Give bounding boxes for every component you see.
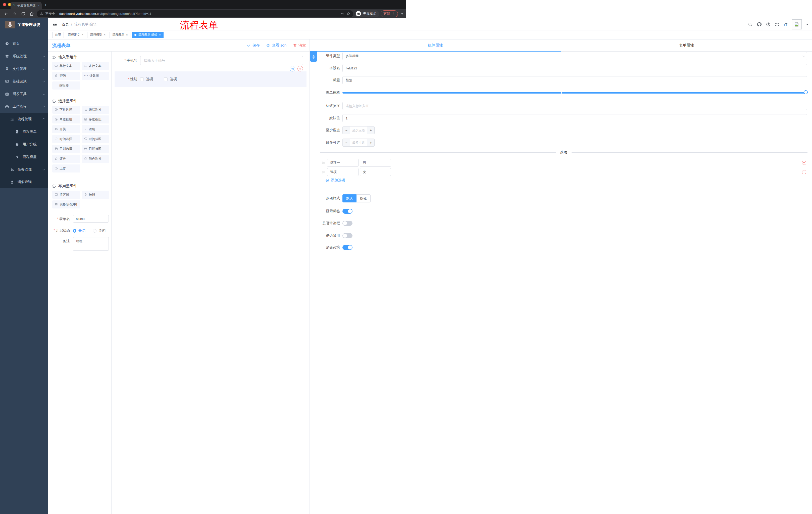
radio-on-label[interactable]: 开启 (78, 228, 85, 233)
component-checkbox-group[interactable]: 多选框组 (82, 115, 110, 124)
component-switch[interactable]: 开关 (52, 125, 80, 133)
min-select-input[interactable] (350, 127, 367, 134)
sidebar-item-devtools[interactable]: 研发工具 (0, 88, 48, 100)
max-select-input[interactable] (350, 139, 367, 146)
stepper-plus-button[interactable]: + (367, 127, 374, 134)
field-name-input[interactable] (343, 64, 406, 72)
default-value-input[interactable] (343, 114, 406, 122)
link-tag-button[interactable] (310, 52, 317, 62)
tab-close-icon[interactable]: × (82, 33, 83, 36)
component-select[interactable]: 下拉选择 (52, 106, 80, 114)
sidebar-item-leave-query[interactable]: 请假查询 (0, 176, 48, 188)
drag-handle-icon[interactable] (321, 161, 326, 165)
component-password[interactable]: 密码 (52, 72, 80, 80)
browser-update-button[interactable]: 更新 ⋮ (381, 10, 398, 17)
delete-widget-button[interactable] (297, 66, 303, 72)
sidebar-item-infra[interactable]: 基础设施 (0, 75, 48, 88)
stepper-minus-button[interactable]: − (343, 127, 350, 134)
forward-icon[interactable] (12, 11, 17, 16)
page-tab-process-form-edit[interactable]: 流程表单-编辑× (132, 32, 163, 38)
component-cascader[interactable]: 级联选择 (82, 106, 110, 114)
address-bar[interactable]: 不安全 dashboard.yudao.iocoder.cn/bpm/manag… (37, 10, 353, 17)
slider-track[interactable] (343, 92, 406, 93)
component-radio-group[interactable]: 单选框组 (52, 115, 80, 124)
radio-off[interactable] (93, 229, 96, 233)
component-row-container[interactable]: 行容器 (52, 191, 80, 199)
disabled-toggle[interactable] (343, 233, 352, 238)
home-icon[interactable] (29, 11, 34, 16)
collapse-sidebar-icon[interactable] (52, 22, 57, 27)
bookmark-star-icon[interactable] (346, 12, 350, 16)
checkbox-option-two-label[interactable]: 选项二 (170, 77, 180, 81)
component-type-select[interactable]: 多选框组 (343, 52, 406, 60)
app-logo-row[interactable]: 芋道管理系统 (0, 18, 48, 31)
component-slider[interactable]: 滑块 (82, 125, 110, 133)
radio-on-selected[interactable] (73, 229, 76, 233)
new-tab-button[interactable]: + (44, 2, 47, 7)
component-upload[interactable]: 上传 (52, 164, 80, 172)
style-default-button[interactable]: 默认 (343, 194, 356, 202)
add-option-button[interactable]: 添加选项 (325, 178, 345, 183)
option1-label-input[interactable] (327, 159, 358, 167)
page-url[interactable]: dashboard.yudao.iocoder.cn/bpm/manager/f… (59, 12, 339, 16)
tab-close-icon[interactable]: × (104, 33, 105, 36)
not-secure-warning-icon[interactable] (40, 12, 43, 16)
checkbox-option-two[interactable] (164, 77, 168, 81)
phone-input[interactable] (140, 56, 303, 65)
component-time-picker[interactable]: 时间选择 (52, 135, 80, 143)
copy-widget-button[interactable] (290, 66, 295, 72)
form-canvas[interactable]: *手机号 *性别 选项一 选项二 (112, 52, 310, 257)
tab-close-icon[interactable]: × (159, 33, 161, 36)
sidebar-item-workflow[interactable]: 工作流程 (0, 100, 48, 113)
sidebar-item-process-form[interactable]: 流程表单 (0, 126, 48, 138)
profile-caret-icon[interactable] (401, 13, 404, 15)
canvas-gender-field-selected[interactable]: *性别 选项一 选项二 (115, 72, 307, 87)
option2-label-input[interactable] (327, 168, 358, 176)
form-grid-slider[interactable] (343, 89, 406, 97)
sidebar-item-payment[interactable]: ¥ 支付管理 (0, 63, 48, 75)
canvas-phone-field[interactable]: *手机号 (115, 56, 303, 65)
page-tab-process-form[interactable]: 流程表单× (110, 32, 130, 38)
tab-close-icon[interactable]: × (38, 4, 40, 7)
show-label-toggle[interactable] (343, 209, 352, 214)
title-input[interactable] (343, 76, 406, 84)
page-tab-process-model[interactable]: 流程模型× (87, 32, 108, 38)
component-date-picker[interactable]: 日期选择 (52, 145, 80, 153)
clear-button[interactable]: 清空 (293, 43, 306, 48)
option2-value-input[interactable] (360, 168, 391, 176)
tab-close-icon[interactable]: × (126, 33, 127, 36)
stepper-minus-button[interactable]: − (343, 139, 350, 146)
sidebar-item-system[interactable]: 系统管理 (0, 50, 48, 63)
component-rate[interactable]: 评分 (52, 155, 80, 163)
drag-handle-icon[interactable] (321, 170, 326, 174)
close-window-button[interactable] (3, 3, 6, 6)
stepper-plus-button[interactable]: + (367, 139, 374, 146)
sidebar-item-process-model[interactable]: 流程模型 (0, 151, 48, 163)
component-counter[interactable]: 123计数器 (82, 72, 110, 80)
option1-value-input[interactable] (360, 159, 391, 167)
component-date-range[interactable]: 日期范围 (82, 145, 110, 153)
component-button[interactable]: 按钮 (82, 191, 110, 199)
component-single-line-text[interactable]: 单行文本 (52, 62, 80, 70)
component-color-picker[interactable]: 颜色选择 (82, 155, 110, 163)
back-icon[interactable] (4, 11, 8, 16)
component-time-range[interactable]: 时间范围 (82, 135, 110, 143)
component-editor[interactable]: 编辑器 (52, 81, 80, 89)
style-button-button[interactable]: 按钮 (356, 194, 371, 202)
component-multi-line-text[interactable]: 多行文本 (82, 62, 110, 70)
reload-icon[interactable] (21, 11, 25, 16)
form-remark-textarea[interactable]: 嘿嘿 (73, 237, 109, 251)
save-button[interactable]: 保存 (247, 43, 260, 48)
browser-menu-dots-icon[interactable]: ⋮ (392, 12, 395, 16)
checkbox-option-one[interactable] (140, 77, 144, 81)
component-table-dev[interactable]: 表格[开发中] (52, 200, 80, 209)
browser-tab[interactable]: 芋道管理系统 × (10, 2, 42, 9)
view-json-button[interactable]: 查看json (266, 43, 286, 48)
tab-component-props[interactable]: 组件属性 (310, 39, 406, 51)
sidebar-item-home[interactable]: 首页 (0, 37, 48, 50)
sidebar-item-process-mgmt[interactable]: 流程管理 (0, 113, 48, 126)
form-name-input[interactable] (73, 215, 109, 222)
radio-off-label[interactable]: 关闭 (98, 228, 106, 233)
breadcrumb-home[interactable]: 首页 (62, 22, 69, 27)
sidebar-item-user-group[interactable]: 用户分组 (0, 138, 48, 151)
